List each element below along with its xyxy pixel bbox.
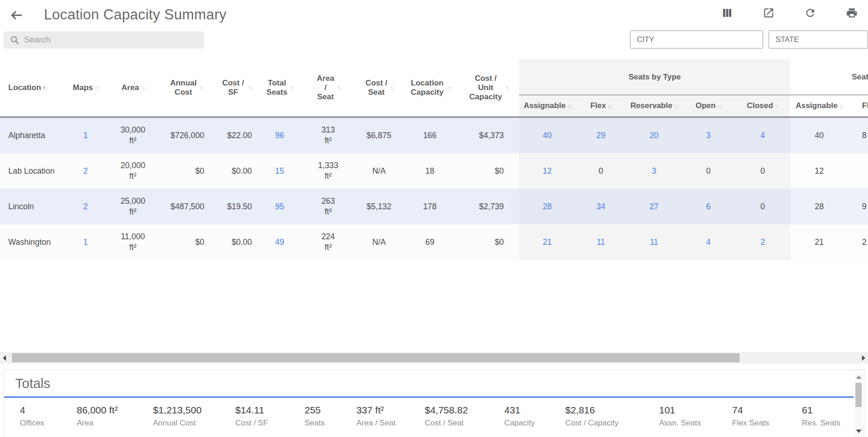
column-header-location-capacity[interactable]: Location Capacity↑↓ (402, 59, 458, 118)
search-input[interactable] (24, 35, 204, 45)
closed-link[interactable]: 2 (735, 225, 790, 260)
state-filter-input[interactable] (769, 30, 868, 49)
totals-stat-cost-sf: $14.11Cost / SF (235, 403, 268, 429)
assignable-link[interactable]: 40 (519, 118, 575, 153)
seating-assignable-cell: 21 (790, 225, 848, 260)
area-cell: 30,000ft² (106, 118, 159, 153)
totals-divider (4, 396, 854, 398)
table-row: Alpharetta 1 30,000ft² $726,000 $22.00 9… (0, 118, 868, 153)
column-chooser-button[interactable] (721, 6, 734, 19)
export-button[interactable] (763, 6, 776, 19)
column-header-cost-seat[interactable]: Cost / Seat↑↓ (356, 59, 402, 118)
open-link[interactable]: 6 (682, 189, 735, 225)
seating-flex-cell (848, 153, 868, 189)
assignable-link[interactable]: 21 (519, 225, 575, 260)
location-cell: Washington (0, 225, 65, 260)
total-seats-link[interactable]: 96 (259, 118, 300, 153)
open-cell: 0 (682, 153, 735, 189)
column-header-reservable[interactable]: Reservable↑↓ (626, 95, 682, 118)
sort-icon: ↑↓ (336, 84, 341, 91)
flex-link[interactable]: 34 (575, 189, 626, 225)
column-header-flex[interactable]: Flex↑↓ (575, 95, 626, 118)
scroll-right-arrow-icon[interactable] (862, 355, 865, 361)
search-icon (10, 36, 19, 45)
column-header-total-seats[interactable]: Total Seats↑↓ (259, 59, 300, 118)
column-header-seating-flex[interactable]: Flex (848, 95, 868, 118)
cost-sf-cell: $0.00 (213, 225, 259, 260)
column-header-cost-sf[interactable]: Cost / SF↑↓ (213, 59, 259, 118)
location-capacity-cell: 166 (402, 118, 458, 153)
print-button[interactable] (846, 6, 859, 19)
reservable-link[interactable]: 27 (626, 189, 682, 225)
annual-cost-cell: $0 (159, 225, 213, 260)
column-header-maps[interactable]: Maps↑↓ (65, 59, 106, 118)
open-link[interactable]: 3 (682, 118, 735, 153)
refresh-icon (804, 7, 816, 19)
sort-icon: ↑↓ (199, 84, 203, 91)
horizontal-scrollbar[interactable] (0, 352, 868, 364)
reservable-link[interactable]: 20 (626, 118, 682, 153)
cost-unit-capacity-cell: $0 (458, 225, 519, 260)
column-header-seating-assignable[interactable]: Assignable↑↓ (790, 95, 848, 118)
total-seats-link[interactable]: 95 (259, 189, 300, 225)
refresh-button[interactable] (804, 6, 817, 19)
column-header-location[interactable]: Location↑↓ (0, 59, 65, 118)
group-header-seats-by-type: Seats by Type (519, 59, 790, 95)
maps-link[interactable]: 1 (65, 118, 106, 153)
sort-icon: ↑↓ (447, 84, 452, 91)
closed-cell: 0 (735, 153, 790, 189)
cost-sf-cell: $0.00 (213, 153, 259, 189)
scroll-up-arrow-icon[interactable] (856, 376, 862, 379)
vertical-scrollbar-thumb[interactable] (856, 383, 862, 407)
column-header-area[interactable]: Area↑↓ (106, 59, 159, 118)
annual-cost-cell: $0 (159, 153, 213, 189)
location-capacity-cell: 69 (402, 225, 458, 260)
area-seat-cell: 313ft² (300, 118, 356, 153)
total-seats-link[interactable]: 15 (259, 153, 300, 189)
sort-icon: ↑↓ (248, 84, 252, 91)
scroll-left-arrow-icon[interactable] (3, 355, 6, 361)
scroll-down-arrow-icon[interactable] (856, 430, 862, 433)
maps-link[interactable]: 2 (65, 153, 106, 189)
seating-flex-cell: 8 (848, 118, 868, 153)
sort-icon: ↑↓ (607, 103, 611, 110)
reservable-link[interactable]: 3 (626, 153, 682, 189)
sort-icon: ↑↓ (390, 84, 394, 91)
cost-seat-cell: $6,875 (356, 118, 402, 153)
location-capacity-cell: 18 (402, 153, 458, 189)
horizontal-scrollbar-thumb[interactable] (12, 353, 740, 362)
back-button[interactable] (8, 7, 25, 24)
table-row: Lab Location 2 20,000ft² $0 $0.00 15 1,3… (0, 153, 868, 189)
sort-icon: ↑↓ (839, 103, 843, 110)
columns-icon (721, 7, 733, 19)
column-header-open[interactable]: Open↑↓ (682, 95, 735, 118)
sort-icon: ↑↓ (567, 103, 571, 110)
assignable-link[interactable]: 28 (519, 189, 575, 225)
column-header-annual-cost[interactable]: Annual Cost↑↓ (159, 59, 213, 118)
column-header-cost-unit-capacity[interactable]: Cost / Unit Capacity↑↓ (458, 59, 519, 118)
totals-stat-capacity: 431Capacity (504, 403, 535, 429)
vertical-scrollbar[interactable] (855, 373, 862, 436)
cost-seat-cell: N/A (356, 225, 402, 260)
flex-link[interactable]: 29 (575, 118, 626, 153)
total-seats-link[interactable]: 49 (259, 225, 300, 260)
totals-stat-annual-cost: $1,213,500Annual Cost (153, 403, 202, 429)
column-header-assignable[interactable]: Assignable↑↓ (519, 95, 575, 118)
sort-icon: ↑↓ (717, 103, 721, 110)
city-filter-input[interactable] (630, 30, 763, 49)
closed-link[interactable]: 4 (735, 118, 790, 153)
reservable-link[interactable]: 11 (626, 225, 682, 260)
column-header-area-seat[interactable]: Area / Seat↑↓ (300, 59, 356, 118)
assignable-link[interactable]: 12 (519, 153, 575, 189)
maps-link[interactable]: 1 (65, 225, 106, 260)
seating-flex-cell: 2 (848, 225, 868, 260)
area-seat-cell: 224ft² (300, 225, 356, 260)
closed-cell: 0 (735, 189, 790, 225)
maps-link[interactable]: 2 (65, 189, 106, 225)
open-link[interactable]: 4 (682, 225, 735, 260)
page-title: Location Capacity Summary (44, 6, 226, 23)
area-cell: 25,000ft² (106, 189, 159, 225)
column-header-closed[interactable]: Closed↑↓ (735, 95, 790, 118)
group-header-seating-capacity: Seating Capacity (790, 59, 868, 95)
flex-link[interactable]: 11 (575, 225, 626, 260)
